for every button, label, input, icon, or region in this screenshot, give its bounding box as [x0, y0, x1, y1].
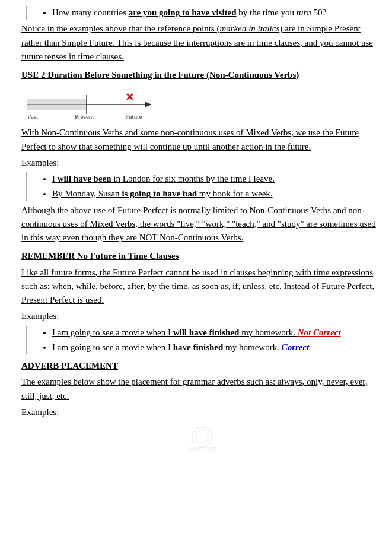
svg-rect-2	[27, 99, 87, 110]
remember-heading: REMEMBER No Future in Time Clauses	[21, 249, 381, 263]
notice-paragraph: Notice in the examples above that the re…	[21, 22, 381, 64]
list-item-4: I am going to see a movie when I will ha…	[52, 326, 381, 340]
although-text: Although the above use of Future Perfect…	[21, 205, 376, 243]
examples-label-2: Examples:	[21, 309, 381, 323]
not-correct-label: Not Correct	[298, 328, 341, 337]
with-non-text: With Non-Continuous Verbs and some non-c…	[21, 128, 359, 151]
bullet4-before: I am going to see a movie when I	[52, 328, 173, 337]
use2-heading: USE 2 Duration Before Something in the F…	[21, 68, 381, 82]
list-item-3: By Monday, Susan is going to have had my…	[52, 187, 381, 201]
timeline-diagram: ✕ Past Present Future	[21, 88, 381, 122]
bullet5-bold: have finished	[173, 342, 224, 352]
bullet4-after: my homework.	[239, 328, 297, 337]
bullet2-after: in London for six months by the time I l…	[111, 174, 275, 183]
notice-italic: marked in italics	[219, 24, 279, 33]
bullet-block-45: I am going to see a movie when I will ha…	[26, 326, 381, 355]
bullet1-italic: turn	[297, 8, 311, 17]
examples-label-3: Examples:	[21, 405, 381, 419]
arxiv-logo-svg: ARXIV.UZ	[175, 423, 228, 455]
like-all-para: Like all future forms, the Future Perfec…	[21, 266, 381, 307]
timeline-svg: ✕ Past Present Future	[21, 88, 170, 122]
list-item-2: I will have been in London for six month…	[52, 172, 381, 186]
arxiv-watermark-bottom: ARXIV.UZ	[21, 423, 381, 459]
bullet2-before: I	[52, 174, 58, 183]
bullet3-before: By Monday, Susan	[52, 189, 122, 198]
bullet4-bold: will have finished	[173, 328, 240, 337]
svg-text:✕: ✕	[125, 91, 134, 103]
bullet5-after: my homework.	[223, 342, 281, 352]
bullet1-end: 50?	[311, 8, 326, 17]
adverb-text: The examples below show the placement fo…	[21, 377, 367, 400]
with-non-para: With Non-Continuous Verbs and some non-c…	[21, 126, 381, 154]
svg-text:ARXIV.UZ: ARXIV.UZ	[189, 446, 217, 452]
notice-text-before: Notice in the examples above that the re…	[21, 24, 219, 33]
bullet-block-23: I will have been in London for six month…	[26, 172, 381, 201]
svg-text:Past: Past	[27, 113, 38, 120]
adverb-para: The examples below show the placement fo…	[21, 375, 381, 403]
svg-text:Present: Present	[75, 113, 94, 120]
svg-marker-1	[145, 102, 152, 107]
correct-label: Correct	[282, 342, 310, 352]
svg-text:Future: Future	[125, 113, 142, 120]
bullet3-after: my book for a week.	[197, 189, 272, 198]
bullet5-before: I am going to see a movie when I	[52, 342, 173, 352]
bullet1-text-after: by the time you	[237, 8, 297, 17]
adverb-heading: ADVERB PLACEMENT	[21, 359, 381, 373]
examples-label-1: Examples:	[21, 156, 381, 170]
list-item-1: How many countries are you going to have…	[52, 6, 381, 20]
although-para: Although the above use of Future Perfect…	[21, 204, 381, 245]
bullet3-bold: is going to have had	[122, 189, 197, 198]
bullet1-text-before: How many countries	[52, 8, 129, 17]
like-all-text: Like all future forms, the Future Perfec…	[21, 268, 374, 305]
bullet1-bold-under: are you going to have visited	[129, 8, 237, 17]
bullet2-bold: will have been	[58, 174, 111, 183]
bullet-block-1: How many countries are you going to have…	[26, 6, 381, 20]
main-content: How many countries are you going to have…	[11, 6, 381, 459]
list-item-5: I am going to see a movie when I have fi…	[52, 341, 381, 354]
